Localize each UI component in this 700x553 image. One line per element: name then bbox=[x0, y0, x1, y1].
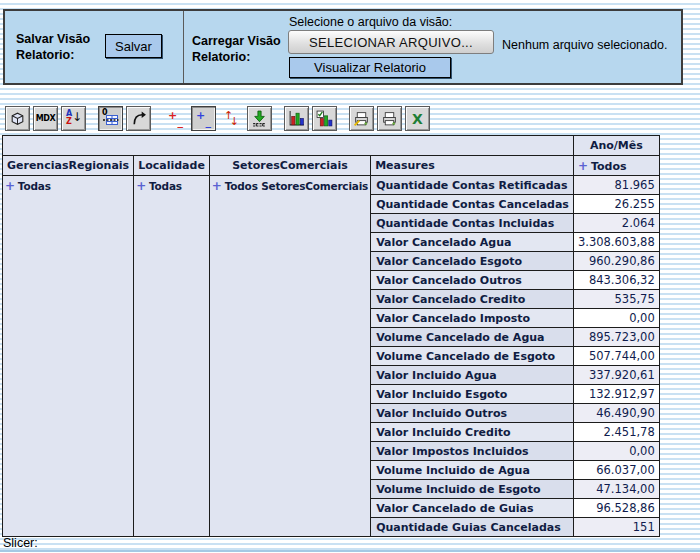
save-view-label: Salvar Visão Relatorio: bbox=[16, 31, 108, 63]
chart-config-button[interactable] bbox=[312, 106, 337, 131]
measure-label: Valor Cancelado Imposto bbox=[371, 309, 574, 328]
measure-value: 132.912,97 bbox=[573, 385, 659, 404]
measure-value: 0,00 bbox=[573, 442, 659, 461]
measure-label: Quantidade Guias Canceladas bbox=[371, 518, 574, 537]
sort-button[interactable]: A Z ↓ bbox=[61, 106, 86, 131]
pivot-table-container: Ano/Mês GerenciasRegionais Localidade Se… bbox=[2, 135, 660, 537]
drill-plus-icon[interactable]: + bbox=[5, 179, 15, 193]
measure-value: 843.306,32 bbox=[573, 271, 659, 290]
drill-position-icon: + _ bbox=[195, 110, 212, 127]
select-file-button[interactable]: SELECIONAR ARQUIVO... bbox=[288, 30, 494, 54]
measure-label: Valor Cancelado Credito bbox=[371, 290, 574, 309]
measure-label: Volume Incluido de Esgoto bbox=[371, 480, 574, 499]
column-axis-header: Ano/Mês bbox=[573, 136, 659, 156]
mdx-icon: MDX bbox=[36, 114, 55, 123]
show-chart-button[interactable] bbox=[284, 106, 309, 131]
measure-value: 96.528,86 bbox=[573, 499, 659, 518]
measure-label: Quantidade Contas Retificadas bbox=[371, 176, 574, 195]
measure-label: Quantidade Contas Incluidas bbox=[371, 214, 574, 233]
view-report-button[interactable]: Visualizar Relatorio bbox=[289, 57, 451, 78]
save-button[interactable]: Salvar bbox=[105, 34, 162, 58]
olap-navigator-button[interactable] bbox=[5, 106, 30, 131]
file-status-text: Nenhum arquivo selecionado. bbox=[502, 38, 667, 52]
drill-replace-icon: ↑ ↓ bbox=[223, 110, 240, 127]
measure-label: Volume Incluido de Agua bbox=[371, 461, 574, 480]
pivot-table: Ano/Mês GerenciasRegionais Localidade Se… bbox=[2, 135, 660, 537]
row-axis-header-measures: Measures bbox=[371, 156, 574, 176]
row-member-localidade-todas: +Todas bbox=[134, 176, 210, 537]
measure-value: 46.490,90 bbox=[573, 404, 659, 423]
swap-axes-button[interactable] bbox=[126, 106, 151, 131]
corner-cell bbox=[3, 136, 574, 156]
measure-value: 3.308.603,88 bbox=[573, 233, 659, 252]
measure-label: Quantidade Contas Canceladas bbox=[371, 195, 574, 214]
drill-position-button[interactable]: + _ bbox=[191, 106, 216, 131]
table-row: +Todas +Todas +Todos SetoresComerciais Q… bbox=[3, 176, 660, 195]
drill-through-icon bbox=[251, 110, 268, 127]
sort-icon: A Z ↓ bbox=[65, 110, 82, 127]
bar-chart-icon bbox=[288, 110, 305, 127]
slicer-label: Slicer: bbox=[3, 536, 38, 550]
measure-label: Valor Incluido Outros bbox=[371, 404, 574, 423]
row-axis-header-gerencias: GerenciasRegionais bbox=[3, 156, 134, 176]
panel-divider bbox=[183, 11, 184, 83]
export-excel-button[interactable]: X bbox=[405, 106, 430, 131]
print-config-icon bbox=[353, 110, 370, 127]
measure-label: Valor Cancelado Agua bbox=[371, 233, 574, 252]
measure-value: 535,75 bbox=[573, 290, 659, 309]
measure-value: 895.723,00 bbox=[573, 328, 659, 347]
measure-label: Valor Incluido Agua bbox=[371, 366, 574, 385]
measure-value: 2.064 bbox=[573, 214, 659, 233]
cube-icon bbox=[9, 110, 26, 127]
measure-label: Volume Cancelado de Esgoto bbox=[371, 347, 574, 366]
measure-label: Valor Incluido Credito bbox=[371, 423, 574, 442]
drill-replace-button[interactable]: ↑ ↓ bbox=[219, 106, 244, 131]
measure-value: 2.451,78 bbox=[573, 423, 659, 442]
row-member-setores-todos: +Todos SetoresComerciais bbox=[209, 176, 370, 537]
measure-label: Valor Cancelado Esgoto bbox=[371, 252, 574, 271]
column-member-todos: +Todos bbox=[573, 156, 659, 176]
suppress-empty-button[interactable]: 0 bbox=[98, 106, 123, 131]
drill-member-button[interactable]: + _ bbox=[163, 106, 188, 131]
measure-label: Valor Cancelado Outros bbox=[371, 271, 574, 290]
measure-value: 26.255 bbox=[573, 195, 659, 214]
drill-plus-icon[interactable]: + bbox=[578, 159, 588, 173]
measure-value: 47.134,00 bbox=[573, 480, 659, 499]
pivot-toolbar: MDX A Z ↓ 0 + bbox=[5, 106, 433, 131]
print-button[interactable] bbox=[377, 106, 402, 131]
row-axis-header-setores: SetoresComerciais bbox=[209, 156, 370, 176]
measure-value: 337.920,61 bbox=[573, 366, 659, 385]
measure-value: 0,00 bbox=[573, 309, 659, 328]
print-config-button[interactable] bbox=[349, 106, 374, 131]
measure-value: 81.965 bbox=[573, 176, 659, 195]
mdx-editor-button[interactable]: MDX bbox=[33, 106, 58, 131]
measure-value: 66.037,00 bbox=[573, 461, 659, 480]
measure-label: Valor Incluido Esgoto bbox=[371, 385, 574, 404]
drill-through-button[interactable] bbox=[247, 106, 272, 131]
drill-plus-icon[interactable]: + bbox=[212, 179, 222, 193]
drill-plus-icon[interactable]: + bbox=[136, 179, 146, 193]
row-axis-header-localidade: Localidade bbox=[134, 156, 210, 176]
drill-member-icon: + _ bbox=[167, 110, 184, 127]
measure-value: 960.290,86 bbox=[573, 252, 659, 271]
excel-icon: X bbox=[412, 111, 423, 127]
load-view-label: Carregar Visão Relatorio: bbox=[192, 33, 292, 65]
view-save-load-panel: Salvar Visão Relatorio: Salvar Carregar … bbox=[3, 9, 683, 85]
suppress-empty-icon: 0 bbox=[102, 110, 119, 127]
measure-label: Valor Impostos Incluidos bbox=[371, 442, 574, 461]
measure-label: Valor Cancelado de Guias bbox=[371, 499, 574, 518]
swap-axes-icon bbox=[130, 110, 147, 127]
chart-config-icon bbox=[316, 110, 333, 127]
measure-label: Volume Cancelado de Agua bbox=[371, 328, 574, 347]
measure-value: 507.744,00 bbox=[573, 347, 659, 366]
printer-icon bbox=[381, 110, 398, 127]
bottom-divider bbox=[0, 550, 700, 552]
row-member-gerencias-todas: +Todas bbox=[3, 176, 134, 537]
measure-value: 151 bbox=[573, 518, 659, 537]
file-prompt-label: Selecione o arquivo da visão: bbox=[289, 15, 452, 29]
